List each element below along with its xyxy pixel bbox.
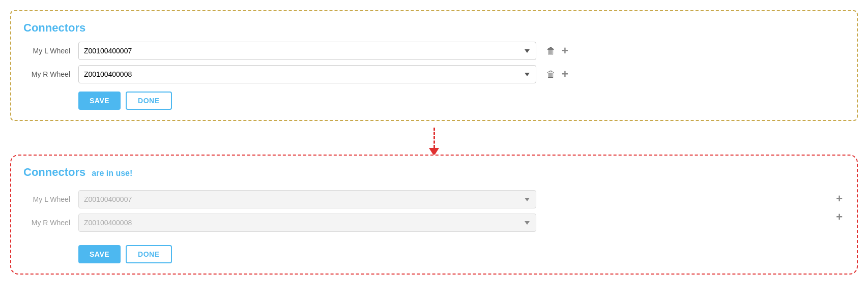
top-row1-delete-button[interactable]: 🗑 (544, 45, 558, 56)
bottom-row2-name: My R Wheel (23, 219, 74, 227)
bottom-row2-add-button[interactable]: + (834, 210, 845, 224)
dashed-line (433, 128, 435, 148)
bottom-connector-row-1: My L Wheel Z00100400007 Z00100400008 (23, 190, 830, 208)
bottom-row1-add-button[interactable]: + (834, 192, 845, 205)
top-row1-actions: 🗑 + (544, 44, 570, 57)
top-done-button[interactable]: DONE (126, 92, 171, 110)
top-button-row: SAVE DONE (78, 92, 845, 110)
top-row2-name: My R Wheel (23, 70, 74, 78)
bottom-done-button[interactable]: DONE (126, 245, 171, 263)
bottom-in-use-label: are in use! (92, 169, 132, 178)
top-row1-name: My L Wheel (23, 47, 74, 55)
top-connectors-label: Connectors (23, 21, 845, 35)
top-save-button[interactable]: SAVE (78, 92, 121, 110)
top-panel: Connectors My L Wheel Z00100400007 Z0010… (10, 10, 858, 121)
bottom-button-row: SAVE DONE (78, 245, 845, 263)
bottom-connector-row-2: My R Wheel Z00100400007 Z00100400008 (23, 214, 830, 232)
dashed-arrow (429, 128, 439, 156)
top-row2-delete-button[interactable]: 🗑 (544, 69, 558, 80)
top-connector-row-2: My R Wheel Z00100400007 Z00100400008 🗑 + (23, 65, 845, 83)
top-row2-select[interactable]: Z00100400007 Z00100400008 (78, 65, 536, 83)
top-row2-add-button[interactable]: + (560, 68, 570, 81)
bottom-plus-buttons: + + (834, 192, 845, 224)
arrow-connector (10, 129, 858, 155)
bottom-panel: Connectors are in use! My L Wheel Z00100… (10, 155, 858, 275)
top-row1-select[interactable]: Z00100400007 Z00100400008 (78, 42, 536, 60)
bottom-save-button[interactable]: SAVE (78, 245, 121, 263)
top-row2-actions: 🗑 + (544, 68, 570, 81)
top-connector-row-1: My L Wheel Z00100400007 Z00100400008 🗑 + (23, 42, 845, 60)
bottom-row2-select: Z00100400007 Z00100400008 (78, 214, 536, 232)
bottom-row1-name: My L Wheel (23, 195, 74, 203)
bottom-row1-select: Z00100400007 Z00100400008 (78, 190, 536, 208)
top-row1-add-button[interactable]: + (560, 44, 570, 57)
bottom-connectors-label: Connectors (23, 166, 85, 179)
